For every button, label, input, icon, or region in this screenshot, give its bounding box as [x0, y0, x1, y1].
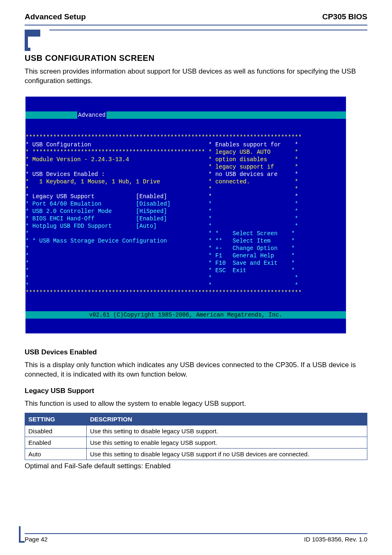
footer-doc-id: ID 1035-8356, Rev. 1.0 — [304, 536, 367, 543]
table-row: Auto Use this setting to disable legacy … — [25, 448, 367, 460]
table-cell: Auto — [25, 448, 87, 460]
bios-usb20-line: * USB 2.0 Controller Mode [HiSpeed] * * — [25, 208, 298, 215]
page-header: Advanced Setup CP305 BIOS — [25, 12, 367, 21]
logo-block — [25, 30, 367, 51]
bios-line: * * legacy support if * — [25, 164, 298, 170]
table-row: Enabled Use this setting to enable legac… — [25, 437, 367, 448]
footer-page-number: Page 42 — [25, 536, 48, 543]
svg-rect-2 — [25, 48, 30, 51]
footer-divider — [25, 533, 367, 534]
usb-devices-text: This is a display only function which in… — [25, 361, 367, 379]
table-header-description: DESCRIPTION — [87, 413, 367, 425]
bios-hotplug-line: * Hotplug USB FDD Support [Auto] * * — [25, 223, 298, 229]
corner-icon — [19, 526, 25, 543]
bios-ehci-line: * BIOS EHCI Hand-Off [Enabled] * * — [25, 215, 298, 222]
table-cell: Disabled — [25, 425, 87, 437]
usb-devices-heading: USB Devices Enabled — [25, 348, 367, 356]
bios-sep-line: * **************************************… — [25, 149, 298, 155]
bios-title-line: * USB Configuration * Enables support fo… — [25, 141, 298, 148]
table-header-setting: SETTING — [25, 413, 87, 425]
table-cell: Use this setting to enable legacy USB su… — [87, 437, 367, 448]
section-title: USB CONFIGURATION SCREEN — [25, 53, 367, 63]
section-intro: This screen provides information about s… — [25, 67, 367, 86]
bios-help-line: * * +- Change Option * — [25, 245, 295, 252]
page-footer: Page 42 ID 1035-8356, Rev. 1.0 — [25, 533, 367, 543]
bios-line: * * * — [25, 282, 298, 289]
logo-divider — [49, 30, 367, 30]
header-left: Advanced Setup — [25, 12, 86, 21]
legacy-usb-defaults: Optimal and Fail-Safe default settings: … — [25, 462, 367, 471]
bios-menubar: Advanced — [25, 111, 346, 119]
page-content: Advanced Setup CP305 BIOS USB CONFIGURAT… — [0, 0, 392, 471]
bios-line: * * * — [25, 186, 298, 192]
legacy-usb-heading: Legacy USB Support — [25, 387, 367, 395]
bios-help-line: * * F10 Save and Exit * — [25, 260, 295, 266]
bios-line: * * * — [25, 275, 298, 281]
bios-port6460-line: * Port 64/60 Emulation [Disabled] * * — [25, 201, 298, 207]
legacy-usb-text: This function is used to allow the syste… — [25, 399, 367, 409]
logo-icon — [25, 30, 49, 51]
bios-help-line: * * F1 General Help * — [25, 252, 295, 259]
bios-help-line: * * ESC Exit * — [25, 267, 295, 274]
table-cell: Enabled — [25, 437, 87, 448]
svg-rect-3 — [19, 526, 21, 543]
bios-devices-enabled-line: * USB Devices Enabled : * no USB devices… — [25, 171, 298, 178]
bios-body: ****************************************… — [25, 134, 346, 296]
bios-border: ****************************************… — [25, 134, 302, 141]
bios-module-line: * Module Version - 2.24.3-13.4 * option … — [25, 156, 298, 163]
bios-copyright: v02.61 (C)Copyright 1985-2006, American … — [25, 311, 346, 319]
legacy-usb-table: SETTING DESCRIPTION Disabled Use this se… — [25, 413, 367, 460]
table-row: Disabled Use this setting to disable leg… — [25, 425, 367, 437]
table-cell: Use this setting to disable legacy USB s… — [87, 425, 367, 437]
table-cell: Use this setting to disable legacy USB s… — [87, 448, 367, 460]
bios-legacy-usb-line: * Legacy USB Support [Enabled] * * — [25, 193, 298, 200]
bios-tab-advanced: Advanced — [77, 111, 106, 119]
bios-mass-storage-line: * * USB Mass Storage Device Configuratio… — [25, 238, 295, 244]
svg-rect-4 — [19, 541, 25, 543]
divider — [25, 25, 367, 25]
bios-screenshot: Advanced *******************************… — [25, 97, 346, 333]
bios-devices-list-line: * 1 Keyboard, 1 Mouse, 1 Hub, 1 Drive * … — [25, 178, 298, 185]
bios-help-line: * * * Select Screen * — [25, 230, 295, 237]
header-right: CP305 BIOS — [322, 12, 367, 21]
bios-border: ****************************************… — [25, 289, 302, 296]
